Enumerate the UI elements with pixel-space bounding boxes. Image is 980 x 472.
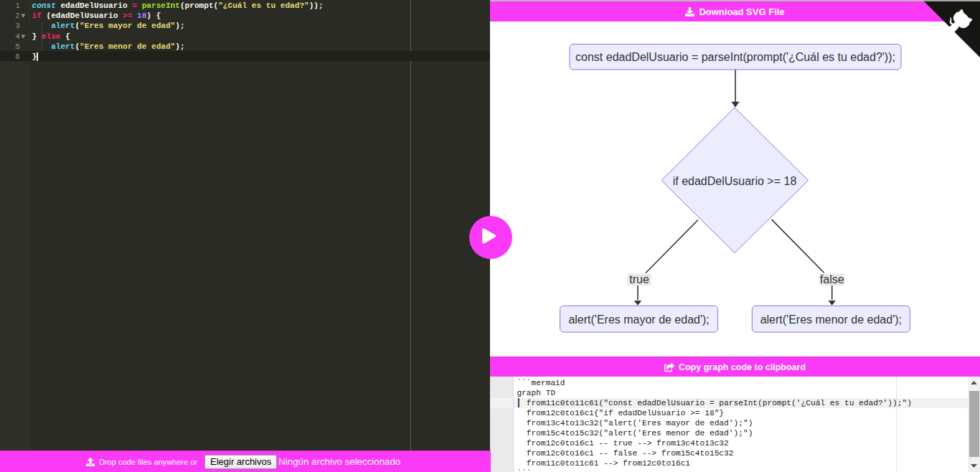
svg-text:true: true [629,273,649,285]
svg-text:const edadDelUsuario = parseIn: const edadDelUsuario = parseInt(prompt('… [575,51,895,63]
svg-text:alert('Eres menor de edad');: alert('Eres menor de edad'); [760,313,902,326]
svg-text:false: false [820,273,844,285]
svg-text:alert('Eres mayor de edad');: alert('Eres mayor de edad'); [568,313,709,326]
svg-text:if edadDelUsuario >= 18: if edadDelUsuario >= 18 [673,175,797,187]
